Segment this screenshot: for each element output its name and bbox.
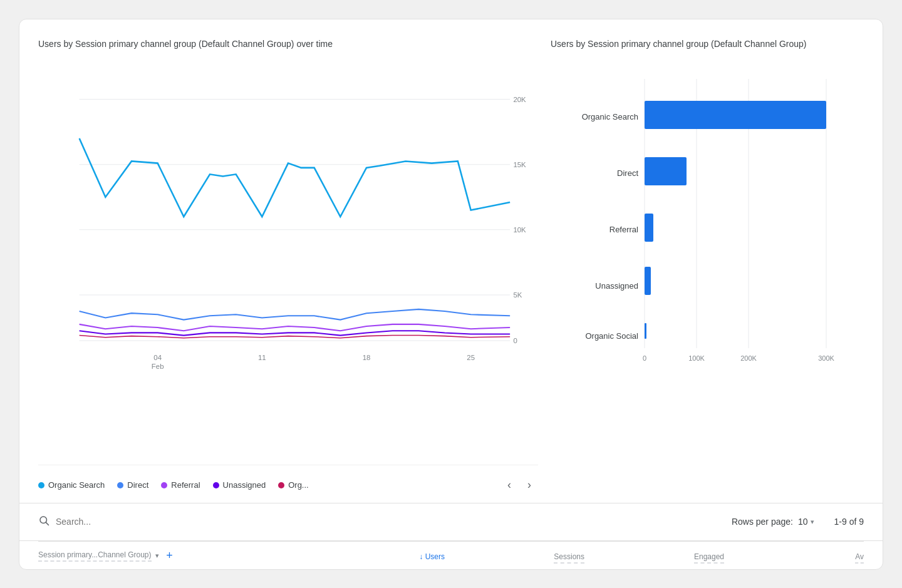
right-panel: Users by Session primary channel group (… [551, 38, 864, 503]
search-area [38, 515, 719, 529]
bar-organic-search [645, 101, 826, 129]
svg-text:Feb: Feb [152, 363, 164, 370]
col-engaged-label[interactable]: Engaged [694, 552, 724, 564]
add-column-button[interactable]: + [163, 549, 177, 563]
legend-dot-referral [161, 482, 167, 488]
legend-item-organic-search: Organic Search [38, 480, 105, 490]
svg-text:15K: 15K [513, 161, 526, 168]
col-sessions: Sessions [451, 550, 584, 562]
search-icon [38, 515, 49, 529]
svg-text:18: 18 [363, 354, 371, 361]
col-users: ↓ Users [311, 550, 445, 562]
legend-item-unassigned: Unassigned [213, 480, 266, 490]
svg-text:0: 0 [513, 337, 517, 344]
svg-text:Referral: Referral [609, 225, 638, 234]
bar-organic-social [645, 323, 646, 339]
rows-per-page-label: Rows per page: [732, 517, 793, 527]
svg-text:20K: 20K [513, 96, 526, 103]
table-header-row: Session primary...Channel Group) ▾ + ↓ U… [38, 541, 864, 569]
charts-row: Users by Session primary channel group (… [38, 38, 864, 503]
legend-item-referral: Referral [161, 480, 200, 490]
bar-chart-container: Organic Search Direct Referral Unassigne… [551, 66, 864, 502]
svg-text:5K: 5K [513, 291, 522, 299]
line-chart-container: 20K 15K 10K 5K 0 04 Feb 11 18 25 [38, 60, 538, 464]
rows-per-page-select[interactable]: 10 ▾ [798, 517, 814, 527]
svg-text:Organic Social: Organic Social [585, 331, 638, 341]
bar-unassigned [645, 267, 651, 295]
legend-dot-org [278, 482, 284, 488]
svg-text:11: 11 [258, 354, 266, 361]
bar-referral [645, 214, 653, 242]
legend-row: Organic Search Direct Referral Unassigne… [38, 465, 538, 503]
svg-text:Unassigned: Unassigned [595, 281, 638, 291]
col-engaged: Engaged [591, 550, 724, 562]
legend-dot-organic [38, 482, 44, 488]
legend-label-unassigned: Unassigned [223, 480, 266, 490]
legend-item-direct: Direct [117, 480, 148, 490]
col-av-label[interactable]: Av [855, 552, 864, 564]
col-users-label[interactable]: ↓ Users [419, 552, 445, 561]
svg-text:200K: 200K [740, 354, 757, 362]
bar-direct [645, 157, 687, 185]
legend-label-organic: Organic Search [48, 480, 105, 490]
svg-text:04: 04 [153, 354, 162, 361]
page-info: 1-9 of 9 [834, 517, 864, 527]
legend-nav: ‹ › [500, 477, 538, 494]
legend-label-referral: Referral [171, 480, 200, 490]
svg-text:Organic Search: Organic Search [582, 112, 638, 121]
legend-dot-direct [117, 482, 123, 488]
col-session-label[interactable]: Session primary...Channel Group) [38, 550, 152, 562]
svg-text:25: 25 [467, 354, 475, 361]
svg-text:100K: 100K [688, 354, 705, 362]
bar-chart-svg: Organic Search Direct Referral Unassigne… [551, 66, 864, 392]
rows-per-page-value: 10 [798, 517, 808, 527]
legend-label-org: Org... [288, 480, 309, 490]
rows-per-page-area: Rows per page: 10 ▾ 1-9 of 9 [732, 517, 864, 527]
legend-label-direct: Direct [127, 480, 148, 490]
svg-line-29 [46, 522, 48, 525]
line-chart-svg: 20K 15K 10K 5K 0 04 Feb 11 18 25 [38, 60, 538, 373]
rows-dropdown-arrow-icon: ▾ [811, 518, 814, 526]
legend-item-org: Org... [278, 480, 309, 490]
col-session: Session primary...Channel Group) ▾ + [38, 549, 305, 563]
search-input[interactable] [56, 517, 181, 527]
bottom-bar: Rows per page: 10 ▾ 1-9 of 9 [38, 503, 864, 540]
svg-text:300K: 300K [818, 354, 834, 362]
col-sessions-label[interactable]: Sessions [554, 552, 584, 564]
legend-next-button[interactable]: › [521, 477, 538, 494]
col-av: Av [730, 550, 864, 562]
legend-prev-button[interactable]: ‹ [500, 477, 518, 494]
svg-text:Direct: Direct [617, 168, 638, 178]
svg-text:10K: 10K [513, 226, 526, 234]
legend-dot-unassigned [213, 482, 219, 488]
left-panel: Users by Session primary channel group (… [38, 38, 538, 503]
session-col-dropdown-icon: ▾ [155, 552, 159, 560]
right-chart-title: Users by Session primary channel group (… [551, 38, 864, 51]
left-chart-title: Users by Session primary channel group (… [38, 38, 538, 51]
svg-text:0: 0 [643, 354, 646, 362]
main-card: Users by Session primary channel group (… [19, 19, 883, 570]
